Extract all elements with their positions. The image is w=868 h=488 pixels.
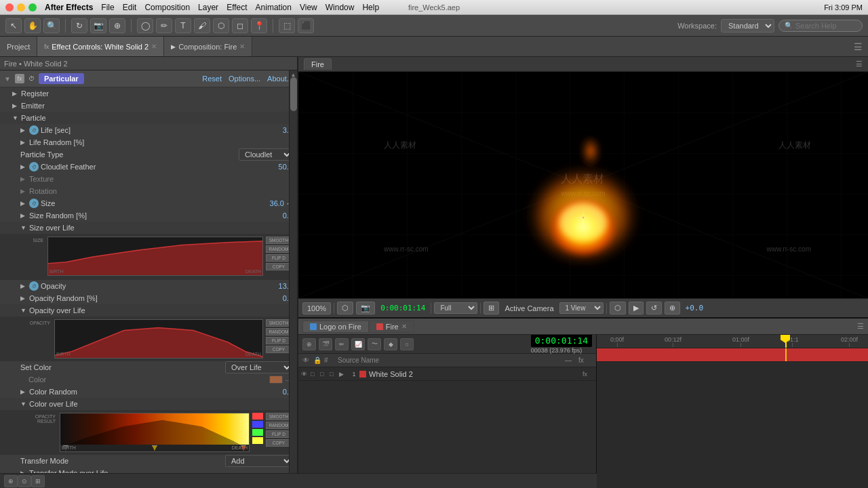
reset-btn[interactable]: Reset — [202, 75, 222, 83]
transfer-mode-row[interactable]: Transfer Mode Add — [0, 455, 297, 467]
fire-comp-tab[interactable]: Fire — [304, 58, 332, 70]
maximize-btn[interactable] — [28, 3, 37, 12]
mac-window-controls[interactable] — [5, 3, 37, 12]
size-smooth-btn[interactable]: SMOOTH — [266, 237, 292, 244]
menu-file[interactable]: File — [101, 3, 114, 12]
tl-draft-btn[interactable]: ✏ — [335, 338, 349, 350]
tool-text[interactable]: T — [175, 18, 191, 33]
comp-panel-tab[interactable]: ▶ Composition: Fire ✕ — [164, 37, 252, 56]
3d-btn[interactable]: ⬡ — [610, 302, 626, 314]
comp-panel-options-btn[interactable]: ☰ — [856, 60, 863, 68]
effect-controls-close[interactable]: ✕ — [151, 43, 157, 50]
tl-layer-visibility-toggle[interactable]: 👁 — [301, 371, 311, 378]
cloudlet-feather-row[interactable]: ▶ ⏱ Cloudlet Feather 50.0 — [0, 161, 297, 173]
color-swatch-r[interactable] — [252, 413, 263, 420]
reset-view-btn[interactable]: ↺ — [646, 302, 662, 314]
menu-window[interactable]: Window — [326, 3, 355, 12]
rotation-row[interactable]: ▶ Rotation — [0, 185, 297, 197]
color-graph-canvas[interactable]: BIRTH DEATH — [60, 413, 250, 452]
color-swatch-b[interactable] — [252, 421, 263, 428]
color-random-row[interactable]: ▶ Color Random 0.0 — [0, 386, 297, 398]
view-select[interactable]: 1 View 2 Views — [559, 302, 604, 314]
opacity-row[interactable]: ▶ ⏱ Opacity 13.0 — [0, 280, 297, 292]
tool-pen[interactable]: ✏ — [156, 18, 172, 33]
register-section[interactable]: ▶ Register — [0, 87, 297, 100]
size-over-life-row[interactable]: ▼ Size over Life — [0, 222, 297, 234]
color-swatch-row[interactable]: Color — — [0, 373, 297, 386]
size-flipd-btn[interactable]: FLIP D — [266, 254, 292, 262]
life-row[interactable]: ▶ ⏱ Life [sec] 3.0 — [0, 124, 297, 136]
menu-view[interactable]: View — [300, 3, 317, 12]
tool-stamp[interactable]: ⬡ — [213, 18, 229, 33]
fit-btn[interactable]: ⬡ — [337, 302, 353, 314]
color-random-btn[interactable]: RANDOM — [266, 422, 292, 429]
size-graph-canvas[interactable]: BIRTH DEATH — [47, 237, 263, 276]
tool-eraser[interactable]: ◻ — [232, 18, 248, 33]
color-over-life-row[interactable]: ▼ Color over Life — [0, 398, 297, 410]
menu-edit[interactable]: Edit — [123, 3, 137, 12]
opacity-smooth-btn[interactable]: SMOOTH — [266, 319, 292, 327]
particle-type-row[interactable]: Particle Type Cloudlet — [0, 148, 297, 161]
size-copy-btn[interactable]: COPY — [266, 263, 292, 270]
tool-brush[interactable]: 🖌 — [194, 18, 210, 33]
fire-tab-close[interactable]: ✕ — [401, 323, 407, 330]
size-random-btn[interactable]: RANDOM — [266, 245, 292, 253]
tl-marker-btn[interactable]: ◆ — [384, 338, 397, 350]
menu-help[interactable]: Help — [362, 3, 379, 12]
particle-section[interactable]: ▼ Particle — [0, 112, 297, 124]
tool-camera[interactable]: 📷 — [90, 18, 106, 33]
tool-extra1[interactable]: ⬚ — [279, 18, 295, 33]
comp-time-display[interactable]: 0:00:01:14 — [380, 304, 425, 312]
tl-graph-btn[interactable]: 📈 — [351, 338, 365, 350]
timeline-menu-btn[interactable]: ☰ — [857, 322, 864, 331]
texture-row[interactable]: ▶ Texture — [0, 173, 297, 185]
opacity-over-life-row[interactable]: ▼ Opacity over Life — [0, 304, 297, 317]
color-smooth-btn[interactable]: SMOOTH — [266, 413, 292, 420]
tool-arrow[interactable]: ↖ — [5, 18, 22, 33]
tool-extra2[interactable]: ⬛ — [298, 18, 314, 33]
tl-null-btn[interactable]: ○ — [400, 338, 414, 350]
logo-on-fire-tab[interactable]: Logo on Fire — [302, 321, 369, 333]
search-input[interactable] — [795, 22, 856, 30]
color-copy-btn[interactable]: COPY — [266, 439, 292, 447]
project-panel-tab[interactable]: Project — [0, 37, 37, 56]
panel-menu-btn[interactable]: ☰ — [854, 37, 868, 56]
tl-layer-color-swatch[interactable] — [359, 371, 366, 378]
comp-panel-close[interactable]: ✕ — [239, 43, 245, 50]
plugin-collapse-arrow[interactable]: ▼ — [4, 75, 11, 83]
workspace-select[interactable]: Standard — [721, 19, 774, 33]
color-swatch-g[interactable] — [252, 429, 263, 436]
options-btn[interactable]: Options... — [229, 75, 260, 83]
tl-time-display[interactable]: 0:00:01:14 — [531, 335, 592, 347]
menu-layer[interactable]: Layer — [198, 3, 218, 12]
set-color-row[interactable]: Set Color Over Life — [0, 361, 297, 373]
menu-effect[interactable]: Effect — [226, 3, 247, 12]
scroll-up-btn[interactable]: ▲ — [290, 70, 297, 79]
color-swatch[interactable] — [269, 375, 283, 384]
emitter-section[interactable]: ▶ Emitter — [0, 100, 297, 112]
grid-btn[interactable]: ⊞ — [484, 302, 499, 314]
quality-select[interactable]: Full Half Quarter — [434, 302, 477, 314]
size-value[interactable]: 36.0 — [270, 199, 284, 207]
opacity-random-row[interactable]: ▶ Opacity Random [%] 0.0 — [0, 292, 297, 304]
menu-animation[interactable]: Animation — [256, 3, 292, 12]
color-swatch-y[interactable] — [252, 437, 263, 444]
tl-curve-btn[interactable]: 〜 — [368, 338, 381, 350]
zoom-btn[interactable]: 100% — [302, 302, 331, 314]
tool-rotate[interactable]: ↻ — [71, 18, 87, 33]
layer-view-btn[interactable]: ⊕ — [665, 302, 680, 314]
tool-shape[interactable]: ◯ — [137, 18, 153, 33]
particle-type-dropdown[interactable]: Cloudlet — [239, 148, 293, 161]
fire-tab[interactable]: Fire ✕ — [369, 321, 414, 333]
tool-zoom[interactable]: 🔍 — [43, 18, 60, 33]
transfer-mode-dropdown[interactable]: Add — [225, 455, 293, 467]
color-flipd-btn[interactable]: FLIP D — [266, 430, 292, 438]
tl-layer-name[interactable]: White Solid 2 — [369, 370, 583, 378]
menu-composition[interactable]: Composition — [144, 3, 190, 12]
opacity-random-gbutton[interactable]: RANDOM — [266, 328, 292, 336]
tl-layer-track[interactable] — [597, 348, 868, 362]
opacity-flipd-btn[interactable]: FLIP D — [266, 337, 292, 344]
snapshot-btn[interactable]: 📷 — [356, 302, 375, 314]
tool-pin[interactable]: 📍 — [251, 18, 267, 33]
size-random-row[interactable]: ▶ Size Random [%] 0.0 — [0, 209, 297, 222]
